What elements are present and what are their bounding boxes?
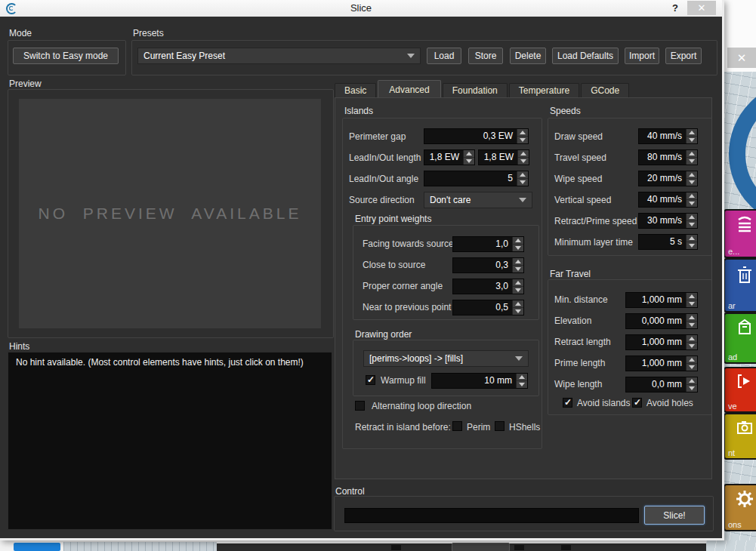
spinner-buttons[interactable] xyxy=(517,129,528,143)
travel-speed-value[interactable]: 80 mm/s xyxy=(639,150,686,165)
retract-length-value[interactable]: 1,000 mm xyxy=(626,335,686,349)
tab-temperature[interactable]: Temperature xyxy=(509,83,579,98)
spinner-buttons[interactable] xyxy=(686,150,697,165)
prime-length-value[interactable]: 1,000 mm xyxy=(626,356,686,371)
alternating-loop-checkbox[interactable] xyxy=(355,401,365,411)
export-preset-button[interactable]: Export xyxy=(665,48,702,64)
slice-button[interactable]: Slice! xyxy=(644,506,705,525)
travel-speed-input[interactable]: 80 mm/s xyxy=(638,149,698,165)
vertical-speed-value[interactable]: 40 mm/s xyxy=(639,192,686,207)
close-source-label: Close to source xyxy=(363,260,425,270)
min-layer-time-label: Minimum layer time xyxy=(554,237,633,248)
sidebar-button-options[interactable]: ons xyxy=(724,484,756,531)
spinner-buttons[interactable] xyxy=(686,235,697,249)
leadin-length-input-1[interactable]: 1,8 EW xyxy=(424,149,475,165)
spinner-buttons[interactable] xyxy=(686,377,697,392)
sidebar-button-slice[interactable]: e... xyxy=(724,209,756,258)
sidebar-button-print[interactable]: nt xyxy=(724,413,756,460)
wipe-speed-value[interactable]: 20 mm/s xyxy=(639,171,686,186)
warmup-fill-checkbox[interactable] xyxy=(366,375,375,385)
elevation-value[interactable]: 0,000 mm xyxy=(626,314,686,328)
spinner-buttons[interactable] xyxy=(512,300,523,315)
facing-source-value[interactable]: 1,0 xyxy=(453,237,512,251)
prime-length-input[interactable]: 1,000 mm xyxy=(625,356,698,371)
close-button[interactable]: ✕ xyxy=(687,1,716,15)
spinner-buttons[interactable] xyxy=(686,335,697,349)
perimeter-gap-input[interactable]: 0,3 EW xyxy=(424,128,529,144)
delete-preset-button[interactable]: Delete xyxy=(510,48,546,64)
near-previous-value[interactable]: 0,5 xyxy=(453,300,512,315)
leadin-length-value-1[interactable]: 1,8 EW xyxy=(424,150,463,165)
draw-speed-value[interactable]: 40 mm/s xyxy=(639,129,686,143)
spinner-buttons[interactable] xyxy=(517,150,529,165)
retract-length-input[interactable]: 1,000 mm xyxy=(625,334,698,350)
spinner-buttons[interactable] xyxy=(516,374,527,388)
tab-gcode[interactable]: GCode xyxy=(581,83,629,98)
switch-easy-mode-button[interactable]: Switch to Easy mode xyxy=(13,48,119,64)
wipe-length-value[interactable]: 0,0 mm xyxy=(626,377,686,392)
title-bar[interactable]: Slice ? ✕ xyxy=(0,0,722,17)
avoid-holes-checkbox[interactable] xyxy=(632,398,642,408)
load-preset-button[interactable]: Load xyxy=(427,48,461,64)
draw-speed-input[interactable]: 40 mm/s xyxy=(638,128,698,144)
leadin-angle-input[interactable]: 5 xyxy=(424,171,529,186)
sidebar-button-label: ar xyxy=(728,301,736,310)
retract-hshells-checkbox[interactable] xyxy=(495,421,505,431)
close-source-input[interactable]: 0,3 xyxy=(452,257,524,273)
leadin-angle-value[interactable]: 5 xyxy=(424,171,517,186)
retract-perim-checkbox[interactable] xyxy=(452,421,462,431)
min-layer-time-value[interactable]: 5 s xyxy=(639,235,686,249)
spinner-buttons[interactable] xyxy=(686,171,697,186)
spinner-buttons[interactable] xyxy=(512,258,523,272)
corner-angle-input[interactable]: 3,0 xyxy=(452,279,524,294)
spinner-buttons[interactable] xyxy=(686,192,697,207)
background-toolbar-button[interactable] xyxy=(452,543,510,551)
sidebar-button-load[interactable]: ad xyxy=(724,312,756,364)
spinner-buttons[interactable] xyxy=(517,171,528,186)
wipe-length-input[interactable]: 0,0 mm xyxy=(625,377,698,392)
near-previous-label: Near to previous point xyxy=(363,302,451,312)
spinner-buttons[interactable] xyxy=(686,356,697,371)
spinner-buttons[interactable] xyxy=(512,279,523,294)
sidebar-button-save[interactable]: ve xyxy=(724,367,756,413)
store-preset-button[interactable]: Store xyxy=(468,48,503,64)
load-defaults-button[interactable]: Load Defaults xyxy=(552,48,619,64)
retract-prime-speed-input[interactable]: 30 mm/s xyxy=(638,213,698,229)
preset-select[interactable]: Current Easy Preset xyxy=(137,48,421,64)
avoid-islands-checkbox[interactable] xyxy=(563,398,572,408)
corner-angle-value[interactable]: 3,0 xyxy=(453,279,512,294)
perimeter-gap-value[interactable]: 0,3 EW xyxy=(424,129,517,143)
spinner-buttons[interactable] xyxy=(686,214,697,228)
vertical-speed-input[interactable]: 40 mm/s xyxy=(638,192,698,208)
spinner-buttons[interactable] xyxy=(686,314,697,328)
warmup-fill-value[interactable]: 10 mm xyxy=(432,374,516,388)
help-button[interactable]: ? xyxy=(668,0,683,16)
leadin-length-value-2[interactable]: 1,8 EW xyxy=(479,150,517,165)
near-previous-input[interactable]: 0,5 xyxy=(452,300,524,316)
drawing-order-select[interactable]: [perims->loops] -> [fills] xyxy=(363,350,529,367)
tab-foundation[interactable]: Foundation xyxy=(443,83,508,98)
source-direction-select[interactable]: Don't care xyxy=(424,192,532,208)
close-source-value[interactable]: 0,3 xyxy=(453,258,512,272)
background-close-icon[interactable]: ✕ xyxy=(727,48,756,68)
chevron-down-icon xyxy=(515,356,523,361)
import-preset-button[interactable]: Import xyxy=(625,48,659,64)
spinner-buttons[interactable] xyxy=(686,293,697,307)
tab-basic[interactable]: Basic xyxy=(335,83,376,98)
sidebar-button-clear[interactable]: ar xyxy=(724,258,756,312)
spinner-buttons[interactable] xyxy=(512,237,523,251)
background-progress-segment xyxy=(14,543,60,551)
leadin-length-input-2[interactable]: 1,8 EW xyxy=(478,149,529,165)
tab-advanced[interactable]: Advanced xyxy=(378,80,440,98)
elevation-input[interactable]: 0,000 mm xyxy=(625,313,698,329)
facing-source-input[interactable]: 1,0 xyxy=(452,236,524,252)
min-distance-value[interactable]: 1,000 mm xyxy=(626,293,686,307)
spinner-buttons[interactable] xyxy=(463,150,474,165)
min-distance-input[interactable]: 1,000 mm xyxy=(625,292,698,308)
retract-prime-speed-value[interactable]: 30 mm/s xyxy=(639,214,686,228)
min-layer-time-input[interactable]: 5 s xyxy=(638,234,698,250)
spinner-buttons[interactable] xyxy=(686,129,697,143)
wipe-speed-input[interactable]: 20 mm/s xyxy=(638,171,698,186)
draw-speed-label: Draw speed xyxy=(554,131,603,142)
warmup-fill-input[interactable]: 10 mm xyxy=(431,373,528,389)
